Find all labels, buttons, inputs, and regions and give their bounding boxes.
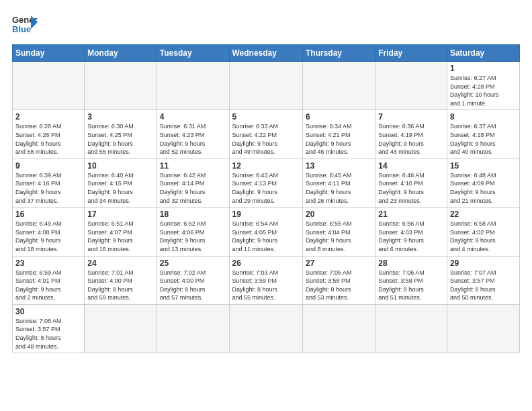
calendar-cell: 21Sunrise: 6:56 AMSunset: 4:03 PMDayligh… bbox=[375, 208, 447, 256]
logo: General Blue bbox=[12, 12, 39, 38]
day-number: 2 bbox=[15, 112, 81, 122]
day-info: Sunrise: 7:08 AMSunset: 3:57 PMDaylight:… bbox=[15, 317, 81, 351]
day-header-sunday: Sunday bbox=[13, 45, 85, 62]
day-number: 12 bbox=[232, 161, 300, 171]
calendar-cell bbox=[229, 304, 302, 353]
day-number: 20 bbox=[306, 210, 372, 219]
day-number: 18 bbox=[160, 210, 226, 219]
calendar-cell: 22Sunrise: 6:58 AMSunset: 4:02 PMDayligh… bbox=[447, 208, 519, 256]
calendar-cell: 30Sunrise: 7:08 AMSunset: 3:57 PMDayligh… bbox=[13, 304, 85, 353]
calendar-cell: 14Sunrise: 6:46 AMSunset: 4:10 PMDayligh… bbox=[375, 158, 447, 207]
day-info: Sunrise: 6:31 AMSunset: 4:23 PMDaylight:… bbox=[160, 122, 226, 156]
page-header: General Blue bbox=[12, 12, 520, 38]
day-number: 9 bbox=[15, 161, 81, 171]
day-header-monday: Monday bbox=[85, 45, 157, 62]
calendar-cell: 11Sunrise: 6:42 AMSunset: 4:14 PMDayligh… bbox=[157, 158, 229, 207]
day-info: Sunrise: 6:36 AMSunset: 4:19 PMDaylight:… bbox=[378, 122, 444, 156]
calendar-cell: 24Sunrise: 7:01 AMSunset: 4:00 PMDayligh… bbox=[85, 256, 157, 304]
calendar-cell: 2Sunrise: 6:28 AMSunset: 4:26 PMDaylight… bbox=[13, 110, 85, 158]
svg-text:Blue: Blue bbox=[12, 24, 31, 34]
day-info: Sunrise: 6:54 AMSunset: 4:05 PMDaylight:… bbox=[232, 220, 300, 253]
day-header-saturday: Saturday bbox=[447, 45, 519, 62]
day-number: 10 bbox=[87, 161, 153, 171]
day-number: 24 bbox=[87, 259, 153, 268]
day-info: Sunrise: 6:42 AMSunset: 4:14 PMDaylight:… bbox=[160, 171, 226, 205]
calendar-cell: 5Sunrise: 6:33 AMSunset: 4:22 PMDaylight… bbox=[229, 110, 302, 158]
day-info: Sunrise: 6:27 AMSunset: 4:28 PMDaylight:… bbox=[450, 74, 517, 107]
day-info: Sunrise: 6:55 AMSunset: 4:04 PMDaylight:… bbox=[306, 220, 372, 253]
day-info: Sunrise: 6:45 AMSunset: 4:11 PMDaylight:… bbox=[306, 171, 372, 205]
calendar-cell: 10Sunrise: 6:40 AMSunset: 4:15 PMDayligh… bbox=[85, 158, 157, 207]
calendar-cell bbox=[447, 304, 519, 353]
calendar-cell: 29Sunrise: 7:07 AMSunset: 3:57 PMDayligh… bbox=[447, 256, 519, 304]
calendar-cell: 13Sunrise: 6:45 AMSunset: 4:11 PMDayligh… bbox=[302, 158, 375, 207]
day-number: 13 bbox=[306, 161, 372, 171]
day-info: Sunrise: 6:59 AMSunset: 4:01 PMDaylight:… bbox=[15, 269, 81, 302]
day-info: Sunrise: 6:28 AMSunset: 4:26 PMDaylight:… bbox=[15, 122, 81, 156]
calendar-cell: 12Sunrise: 6:43 AMSunset: 4:13 PMDayligh… bbox=[229, 158, 302, 207]
calendar-cell: 6Sunrise: 6:34 AMSunset: 4:21 PMDaylight… bbox=[302, 110, 375, 158]
day-number: 14 bbox=[378, 161, 444, 171]
day-header-friday: Friday bbox=[375, 45, 447, 62]
day-number: 16 bbox=[15, 210, 81, 219]
calendar-cell: 8Sunrise: 6:37 AMSunset: 4:18 PMDaylight… bbox=[447, 110, 519, 158]
day-info: Sunrise: 7:05 AMSunset: 3:58 PMDaylight:… bbox=[306, 269, 372, 302]
logo-icon: General Blue bbox=[12, 12, 38, 38]
calendar-cell: 18Sunrise: 6:52 AMSunset: 4:06 PMDayligh… bbox=[157, 208, 229, 256]
day-number: 22 bbox=[450, 210, 517, 219]
day-header-wednesday: Wednesday bbox=[229, 45, 302, 62]
day-info: Sunrise: 7:01 AMSunset: 4:00 PMDaylight:… bbox=[87, 269, 153, 302]
calendar-cell bbox=[85, 304, 157, 353]
day-number: 8 bbox=[450, 112, 517, 122]
day-number: 29 bbox=[450, 259, 517, 268]
calendar-cell bbox=[229, 62, 302, 110]
day-info: Sunrise: 7:03 AMSunset: 3:59 PMDaylight:… bbox=[232, 269, 300, 302]
day-number: 25 bbox=[160, 259, 226, 268]
calendar-cell: 20Sunrise: 6:55 AMSunset: 4:04 PMDayligh… bbox=[302, 208, 375, 256]
day-info: Sunrise: 6:49 AMSunset: 4:08 PMDaylight:… bbox=[15, 220, 81, 253]
day-info: Sunrise: 6:37 AMSunset: 4:18 PMDaylight:… bbox=[450, 122, 517, 156]
calendar-cell bbox=[375, 62, 447, 110]
day-number: 23 bbox=[15, 259, 81, 268]
calendar-cell bbox=[157, 304, 229, 353]
calendar-cell: 3Sunrise: 6:30 AMSunset: 4:25 PMDaylight… bbox=[85, 110, 157, 158]
day-info: Sunrise: 6:33 AMSunset: 4:22 PMDaylight:… bbox=[232, 122, 300, 156]
day-number: 1 bbox=[450, 64, 517, 73]
day-number: 11 bbox=[160, 161, 226, 171]
day-number: 19 bbox=[232, 210, 300, 219]
calendar-cell: 26Sunrise: 7:03 AMSunset: 3:59 PMDayligh… bbox=[229, 256, 302, 304]
calendar-cell: 19Sunrise: 6:54 AMSunset: 4:05 PMDayligh… bbox=[229, 208, 302, 256]
calendar-cell: 9Sunrise: 6:39 AMSunset: 4:16 PMDaylight… bbox=[13, 158, 85, 207]
day-info: Sunrise: 6:39 AMSunset: 4:16 PMDaylight:… bbox=[15, 171, 81, 205]
calendar-cell: 23Sunrise: 6:59 AMSunset: 4:01 PMDayligh… bbox=[13, 256, 85, 304]
calendar-cell: 27Sunrise: 7:05 AMSunset: 3:58 PMDayligh… bbox=[302, 256, 375, 304]
day-info: Sunrise: 6:58 AMSunset: 4:02 PMDaylight:… bbox=[450, 220, 517, 253]
day-number: 30 bbox=[15, 307, 81, 316]
day-number: 5 bbox=[232, 112, 300, 122]
calendar-cell bbox=[157, 62, 229, 110]
day-info: Sunrise: 6:40 AMSunset: 4:15 PMDaylight:… bbox=[87, 171, 153, 205]
day-info: Sunrise: 7:06 AMSunset: 3:58 PMDaylight:… bbox=[378, 269, 444, 302]
calendar-cell: 25Sunrise: 7:02 AMSunset: 4:00 PMDayligh… bbox=[157, 256, 229, 304]
calendar-cell bbox=[13, 62, 85, 110]
day-info: Sunrise: 6:52 AMSunset: 4:06 PMDaylight:… bbox=[160, 220, 226, 253]
day-number: 26 bbox=[232, 259, 300, 268]
day-info: Sunrise: 6:43 AMSunset: 4:13 PMDaylight:… bbox=[232, 171, 300, 205]
day-info: Sunrise: 6:30 AMSunset: 4:25 PMDaylight:… bbox=[87, 122, 153, 156]
day-number: 15 bbox=[450, 161, 517, 171]
calendar-cell bbox=[85, 62, 157, 110]
day-info: Sunrise: 6:46 AMSunset: 4:10 PMDaylight:… bbox=[378, 171, 444, 205]
calendar-cell: 16Sunrise: 6:49 AMSunset: 4:08 PMDayligh… bbox=[13, 208, 85, 256]
day-info: Sunrise: 7:02 AMSunset: 4:00 PMDaylight:… bbox=[160, 269, 226, 302]
day-number: 3 bbox=[87, 112, 153, 122]
calendar-cell bbox=[302, 62, 375, 110]
calendar-cell: 28Sunrise: 7:06 AMSunset: 3:58 PMDayligh… bbox=[375, 256, 447, 304]
day-info: Sunrise: 6:56 AMSunset: 4:03 PMDaylight:… bbox=[378, 220, 444, 253]
day-header-tuesday: Tuesday bbox=[157, 45, 229, 62]
day-number: 28 bbox=[378, 259, 444, 268]
calendar-cell: 15Sunrise: 6:48 AMSunset: 4:09 PMDayligh… bbox=[447, 158, 519, 207]
day-number: 6 bbox=[306, 112, 372, 122]
day-number: 4 bbox=[160, 112, 226, 122]
calendar-cell: 4Sunrise: 6:31 AMSunset: 4:23 PMDaylight… bbox=[157, 110, 229, 158]
calendar-cell: 17Sunrise: 6:51 AMSunset: 4:07 PMDayligh… bbox=[85, 208, 157, 256]
